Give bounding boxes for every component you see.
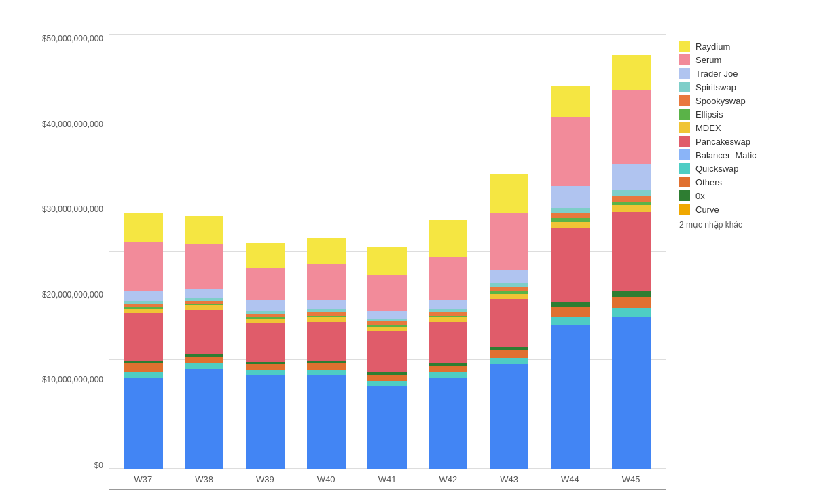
- legend-note: 2 mục nhập khác: [679, 220, 801, 230]
- bar-segment-quickswap: [185, 363, 223, 369]
- bar-group: [298, 34, 354, 469]
- bar-segment-mdex: [551, 222, 590, 228]
- legend-color-box: [679, 204, 690, 215]
- bar-segment-raydium: [124, 213, 162, 243]
- legend-label: Curve: [695, 204, 719, 215]
- bar-segment-uniswap: [612, 317, 651, 469]
- bar-segment-serum: [367, 275, 406, 312]
- legend-item-mdex: MDEX: [679, 122, 801, 133]
- bar-stack: [551, 86, 590, 469]
- legend-label: Trader Joe: [695, 69, 738, 79]
- bar-segment-quickswap: [429, 372, 467, 378]
- bar-segment-pancakeswap: [367, 331, 406, 372]
- legend-label: Spookyswap: [695, 96, 746, 106]
- bar-group: [359, 34, 415, 469]
- legend-label: Spiritswap: [695, 82, 736, 92]
- bar-stack: [367, 247, 406, 469]
- bar-group: [542, 34, 598, 469]
- legend-color-box: [679, 95, 690, 106]
- bar-segment-mdex: [612, 205, 651, 212]
- bar-segment-others_orange: [551, 307, 590, 317]
- bar-segment-serum: [490, 213, 528, 270]
- bar-group: [238, 34, 293, 469]
- legend-color-box: [679, 163, 690, 174]
- bar-segment-raydium: [246, 243, 285, 268]
- bar-segment-raydium: [490, 174, 528, 213]
- legend-label: Raydium: [695, 41, 730, 52]
- bar-segment-raydium: [551, 86, 590, 117]
- bar-segment-trader_joe: [246, 300, 285, 310]
- bar-segment-spiritswap: [612, 190, 651, 196]
- bar-stack: [185, 216, 223, 469]
- legend-label: Balancer_Matic: [695, 150, 757, 160]
- legend-color-box: [679, 54, 690, 65]
- bar-segment-0x: [612, 291, 651, 297]
- bar-segment-trader_joe: [124, 291, 162, 301]
- bar-segment-serum: [185, 244, 223, 289]
- bar-stack: [246, 243, 285, 469]
- legend-color-box: [679, 136, 690, 147]
- bar-segment-others_orange: [612, 297, 651, 308]
- bar-stack: [124, 212, 162, 469]
- bar-segment-pancakeswap: [124, 313, 162, 361]
- y-axis: $0$10,000,000,000$20,000,000,000$30,000,…: [20, 34, 109, 490]
- bar-group: [603, 34, 659, 469]
- bar-segment-uniswap: [185, 369, 223, 469]
- legend-item-spiritswap: Spiritswap: [679, 82, 801, 92]
- bar-stack: [307, 238, 346, 469]
- legend-color-box: [679, 109, 690, 120]
- bar-segment-mdex: [490, 294, 528, 300]
- bar-segment-quickswap: [612, 308, 651, 317]
- legend-item-trader-joe: Trader Joe: [679, 68, 801, 79]
- bar-group: [177, 34, 232, 469]
- bars-container: [109, 34, 666, 469]
- bar-segment-pancakeswap: [307, 322, 346, 361]
- bar-group: [115, 34, 171, 469]
- x-axis-label: W40: [298, 469, 354, 489]
- legend-label: Serum: [695, 55, 721, 65]
- bar-segment-pancakeswap: [612, 212, 651, 290]
- legend-item-0x: 0x: [679, 190, 801, 201]
- bar-segment-pancakeswap: [490, 299, 528, 346]
- bar-stack: [429, 220, 467, 469]
- bar-segment-uniswap: [246, 375, 285, 469]
- bar-segment-serum: [551, 117, 590, 186]
- legend-label: Ellipsis: [695, 109, 723, 120]
- bar-segment-mdex: [185, 305, 223, 310]
- bar-segment-pancakeswap: [185, 310, 223, 354]
- legend-color-box: [679, 68, 690, 79]
- bar-segment-others_orange: [429, 366, 467, 372]
- bar-segment-raydium: [367, 247, 406, 275]
- legend-color-box: [679, 41, 690, 52]
- bar-segment-uniswap: [551, 325, 590, 469]
- y-axis-label: $0: [20, 461, 109, 470]
- bar-segment-spookyswap: [612, 196, 651, 202]
- bar-segment-uniswap: [307, 375, 346, 469]
- bar-segment-trader_joe: [185, 289, 223, 298]
- bar-segment-pancakeswap: [246, 323, 285, 363]
- bar-segment-serum: [246, 268, 285, 301]
- x-axis-label: W43: [482, 469, 537, 489]
- legend-item-pancakeswap: Pancakeswap: [679, 136, 801, 147]
- bar-segment-others_orange: [307, 363, 346, 370]
- bar-segment-serum: [307, 264, 346, 300]
- chart-body: $0$10,000,000,000$20,000,000,000$30,000,…: [20, 34, 801, 490]
- y-axis-label: $30,000,000,000: [20, 204, 109, 214]
- y-axis-label: $40,000,000,000: [20, 120, 109, 129]
- y-axis-label: $50,000,000,000: [20, 34, 109, 43]
- bar-segment-others_orange: [124, 363, 162, 372]
- legend-item-raydium: Raydium: [679, 41, 801, 52]
- legend-item-quickswap: Quickswap: [679, 163, 801, 174]
- grid-and-bars: $0$10,000,000,000$20,000,000,000$30,000,…: [20, 34, 666, 490]
- x-axis-label: W44: [542, 469, 598, 489]
- bar-segment-others_orange: [246, 364, 285, 370]
- legend-item-curve: Curve: [679, 204, 801, 215]
- bar-segment-quickswap: [551, 317, 590, 325]
- bar-segment-quickswap: [124, 372, 162, 378]
- legend-color-box: [679, 149, 690, 160]
- x-axis-label: W37: [115, 469, 171, 489]
- bar-segment-others_orange: [367, 375, 406, 381]
- bar-segment-uniswap: [124, 378, 162, 469]
- bar-segment-others_orange: [490, 350, 528, 359]
- bar-segment-others_orange: [185, 357, 223, 363]
